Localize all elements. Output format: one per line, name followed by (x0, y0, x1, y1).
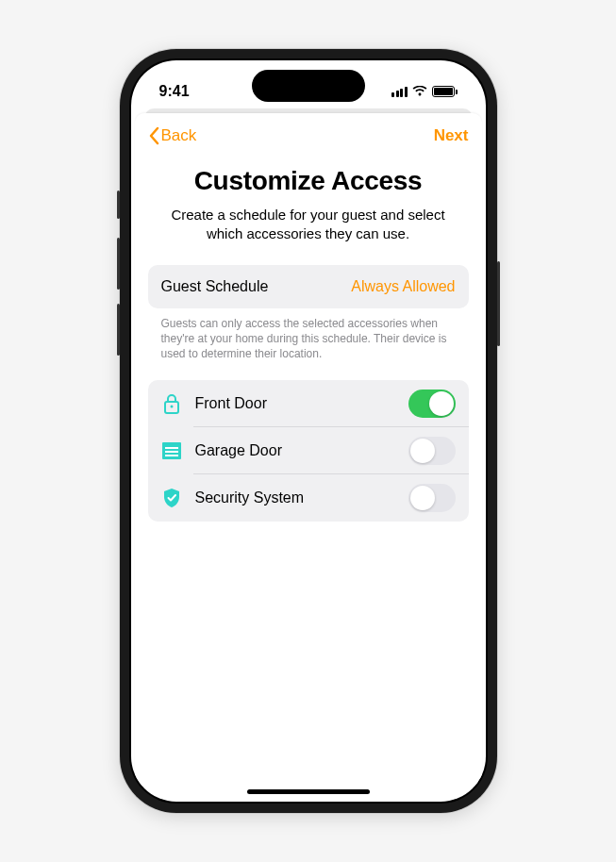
accessory-row-security-system: Security System (148, 474, 469, 522)
battery-icon (432, 86, 458, 97)
next-button[interactable]: Next (434, 126, 469, 145)
toggle-knob (429, 391, 454, 416)
accessory-label: Front Door (195, 395, 408, 412)
home-indicator[interactable] (247, 789, 370, 794)
toggle-knob (410, 439, 435, 463)
guest-schedule-row[interactable]: Guest Schedule Always Allowed (148, 265, 469, 308)
svg-rect-5 (165, 455, 178, 456)
screen: 9:41 (131, 60, 486, 802)
accessory-label: Security System (195, 489, 408, 506)
back-button[interactable]: Back (148, 126, 197, 145)
accessory-row-front-door: Front Door (148, 380, 469, 427)
page-title: Customize Access (148, 166, 469, 196)
power-button (497, 261, 500, 346)
navigation-bar: Back Next (148, 126, 469, 145)
accessory-label: Garage Door (195, 442, 408, 459)
garage-icon (161, 440, 182, 461)
silent-switch (117, 191, 120, 219)
modal-sheet-stack: Back Next Customize Access Create a sche… (135, 113, 482, 787)
garage-door-toggle[interactable] (408, 437, 456, 465)
front-door-toggle[interactable] (408, 390, 456, 418)
volume-down-button (117, 304, 120, 356)
phone-bezel: 9:41 (129, 58, 488, 804)
svg-point-1 (170, 406, 173, 408)
volume-up-button (117, 238, 120, 290)
svg-rect-4 (165, 451, 178, 453)
svg-rect-3 (165, 447, 178, 449)
status-time: 9:41 (159, 83, 216, 100)
modal-sheet: Back Next Customize Access Create a sche… (135, 113, 482, 787)
back-label: Back (161, 126, 197, 145)
cellular-signal-icon (391, 87, 408, 97)
chevron-left-icon (148, 126, 159, 145)
toggle-knob (410, 486, 435, 510)
accessory-row-garage-door: Garage Door (148, 427, 469, 474)
phone-frame: 9:41 (120, 49, 497, 813)
status-indicators (391, 86, 458, 97)
accessory-list: Front Door (148, 380, 469, 522)
wifi-icon (412, 86, 427, 97)
guest-schedule-value: Always Allowed (351, 278, 455, 295)
shield-icon (161, 488, 182, 508)
page-subtitle: Create a schedule for your guest and sel… (167, 206, 450, 244)
lock-icon (161, 393, 182, 414)
schedule-footer-text: Guests can only access the selected acce… (161, 316, 456, 362)
guest-schedule-label: Guest Schedule (161, 278, 269, 295)
dynamic-island (252, 70, 365, 102)
security-system-toggle[interactable] (408, 484, 456, 512)
